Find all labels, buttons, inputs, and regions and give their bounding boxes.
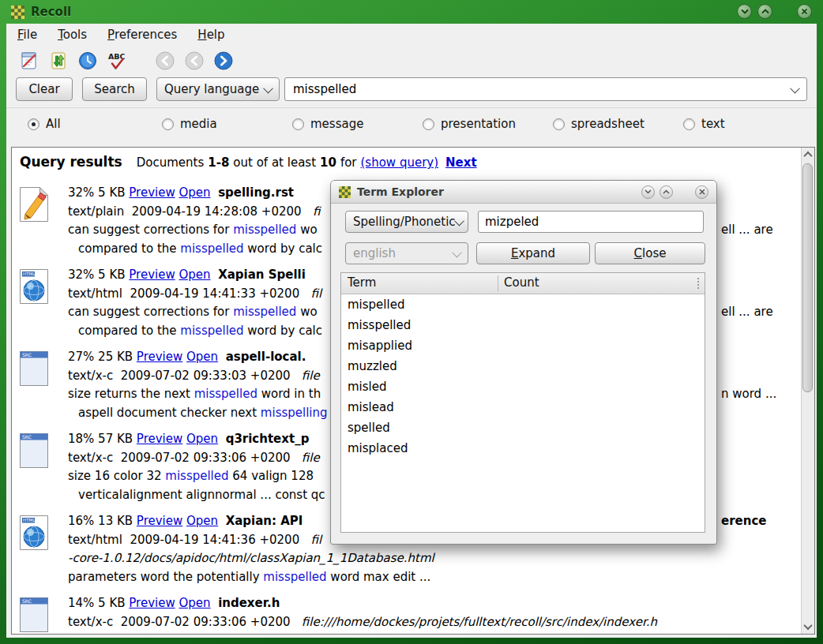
term-row[interactable]: misled xyxy=(341,376,705,397)
language-value: english xyxy=(353,246,396,260)
radio-icon[interactable] xyxy=(292,118,304,130)
radio-icon[interactable] xyxy=(423,118,434,130)
result-path: file xyxy=(302,369,320,383)
open-link[interactable]: Open xyxy=(186,350,218,364)
preview-link[interactable]: Preview xyxy=(137,432,182,446)
result-title-cont: erence xyxy=(721,512,767,531)
back-icon[interactable] xyxy=(155,51,175,71)
filter-text[interactable]: text xyxy=(683,117,725,131)
preview-link[interactable]: Preview xyxy=(129,596,175,610)
filter-all[interactable]: All xyxy=(28,117,61,131)
recoll-window: Recoll FileToolsPreferencesHelp xyxy=(0,0,823,644)
open-link[interactable]: Open xyxy=(186,514,218,528)
recoll-app-icon xyxy=(11,6,24,19)
preview-link[interactable]: Preview xyxy=(129,185,175,200)
scroll-thumb[interactable] xyxy=(802,163,813,392)
scroll-up-icon[interactable] xyxy=(802,148,814,161)
show-query-link[interactable]: (show query) xyxy=(361,155,439,170)
results-scrollbar[interactable] xyxy=(801,148,814,634)
expansion-mode-value: Spelling/Phonetic xyxy=(353,215,456,229)
menu-item-help[interactable]: Help xyxy=(197,28,224,42)
previous-page-icon[interactable] xyxy=(184,51,205,71)
history-icon[interactable] xyxy=(77,51,98,71)
edit-doc-icon xyxy=(18,186,50,223)
dialog-unshade-button[interactable] xyxy=(660,185,673,199)
term-row[interactable]: misspelled xyxy=(341,315,705,335)
chevron-down-icon xyxy=(741,9,749,14)
filter-presentation[interactable]: presentation xyxy=(423,117,516,131)
shade-button[interactable] xyxy=(737,4,752,19)
term-column-header[interactable]: Term xyxy=(348,275,376,290)
radio-icon[interactable] xyxy=(683,118,695,130)
radio-icon[interactable] xyxy=(162,118,174,130)
chevron-up-icon xyxy=(663,189,670,194)
docs-total: 10 xyxy=(320,155,336,170)
term-row[interactable]: spelled xyxy=(341,417,705,438)
refresh-index-icon[interactable] xyxy=(48,51,69,71)
filter-label: media xyxy=(180,117,217,131)
open-link[interactable]: Open xyxy=(179,596,211,610)
expansion-mode-select[interactable]: Spelling/Phonetic xyxy=(345,211,468,233)
result-path: fil xyxy=(311,286,322,301)
result-relevance-size: 27% 25 KB xyxy=(68,350,137,364)
clear-search-icon[interactable] xyxy=(19,51,39,71)
dialog-close-button[interactable] xyxy=(695,185,708,199)
menu-item-file[interactable]: File xyxy=(17,28,37,42)
query-language-select[interactable]: Query language xyxy=(156,77,280,101)
filter-spreadsheet[interactable]: spreadsheet xyxy=(553,117,644,131)
snippet-cont: ell ... are xyxy=(721,303,773,322)
chevron-up-icon xyxy=(761,9,769,14)
open-link[interactable]: Open xyxy=(186,432,218,446)
term-row[interactable]: muzzled xyxy=(341,356,705,376)
column-separator[interactable] xyxy=(498,275,498,291)
term-input-value: mizpeled xyxy=(485,215,539,229)
chevron-down-icon xyxy=(790,83,800,93)
result-date: 2009-07-02 09:33:03 +0200 xyxy=(121,369,302,383)
language-select[interactable]: english xyxy=(345,242,468,264)
query-input-value: misspelled xyxy=(293,82,356,96)
next-page-icon[interactable] xyxy=(213,51,234,71)
result-path: file xyxy=(302,451,320,465)
filter-message[interactable]: message xyxy=(292,117,363,131)
preview-link[interactable]: Preview xyxy=(129,268,175,282)
query-input[interactable]: misspelled xyxy=(284,77,807,101)
term-table: Term Count mispelledmisspelledmisapplied… xyxy=(340,272,705,533)
expand-button[interactable]: Expand xyxy=(476,242,590,264)
clear-button[interactable]: Clear xyxy=(16,77,73,101)
spellcheck-icon[interactable]: ABC xyxy=(107,51,130,71)
close-button[interactable] xyxy=(797,4,812,19)
result-title: q3richtext_p xyxy=(226,432,310,446)
preview-link[interactable]: Preview xyxy=(137,514,182,528)
term-row[interactable]: mispelled xyxy=(341,294,705,315)
term-explorer-titlebar[interactable]: Term Explorer xyxy=(331,181,716,204)
radio-icon[interactable] xyxy=(553,118,565,130)
result-title: Xapian Spelli xyxy=(218,268,306,282)
term-row[interactable]: mislead xyxy=(341,397,705,417)
open-link[interactable]: Open xyxy=(179,268,211,282)
open-link[interactable]: Open xyxy=(179,185,211,200)
count-column-header[interactable]: Count xyxy=(504,275,539,290)
titlebar[interactable]: Recoll xyxy=(0,0,823,24)
next-page-link[interactable]: Next xyxy=(445,155,477,170)
menu-item-tools[interactable]: Tools xyxy=(58,28,87,42)
term-row[interactable]: misapplied xyxy=(341,335,705,356)
term-table-header[interactable]: Term Count xyxy=(341,273,705,294)
dialog-shade-button[interactable] xyxy=(641,185,655,199)
term-cell: misapplied xyxy=(348,339,412,353)
result-row[interactable]: 14% 5 KB Preview Open indexer.htext/x-c … xyxy=(18,594,796,635)
search-button[interactable]: Search xyxy=(82,77,147,101)
term-row[interactable]: misplaced xyxy=(341,438,705,459)
preview-link[interactable]: Preview xyxy=(137,350,182,364)
highlight-term: misspelled xyxy=(180,242,243,256)
result-snippet: -core-1.0.12/docs/apidoc/html/classXapia… xyxy=(68,549,796,568)
scroll-down-icon[interactable] xyxy=(802,620,814,633)
menu-item-preferences[interactable]: Preferences xyxy=(107,28,177,42)
unshade-button[interactable] xyxy=(757,4,772,19)
radio-icon[interactable] xyxy=(28,118,39,130)
result-relevance-size: 14% 5 KB xyxy=(68,596,129,610)
close-dialog-button[interactable]: Close xyxy=(595,242,705,264)
header-grip-icon[interactable] xyxy=(697,278,699,289)
filter-media[interactable]: media xyxy=(162,117,217,131)
chevron-down-icon xyxy=(263,83,273,93)
term-input[interactable]: mizpeled xyxy=(478,211,704,233)
